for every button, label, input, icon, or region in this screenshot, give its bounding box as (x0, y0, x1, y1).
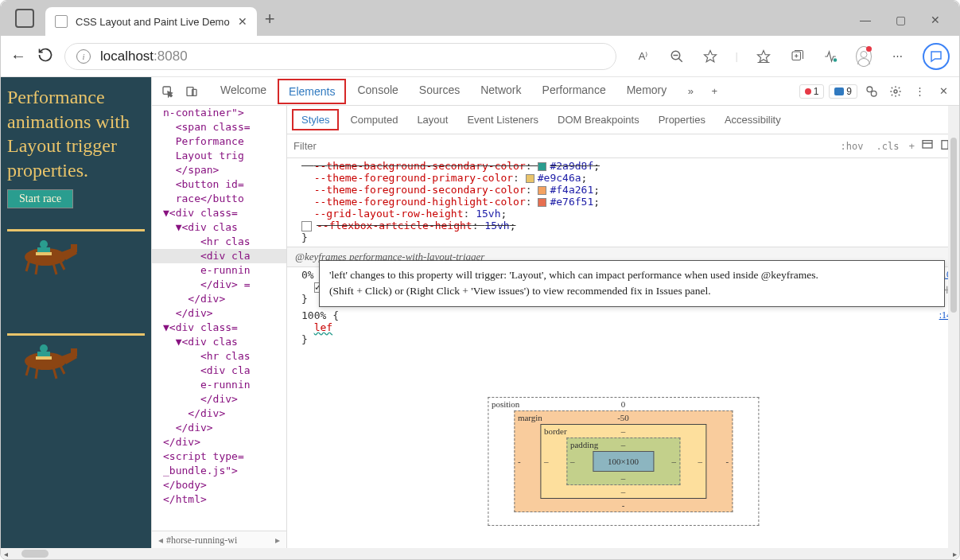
styles-tab-layout[interactable]: Layout (409, 111, 456, 129)
start-race-button[interactable]: Start race (7, 189, 73, 208)
dom-tree-line[interactable]: e-runnin (152, 263, 286, 278)
computed-styles-icon[interactable] (921, 138, 934, 154)
style-rule-block[interactable]: --theme-background-secondary-color: #2a9… (287, 158, 959, 247)
svg-marker-4 (758, 50, 770, 61)
styles-tab-dom-breakpoints[interactable]: DOM Breakpoints (550, 111, 647, 129)
more-tabs-icon[interactable]: » (681, 82, 700, 101)
zoom-out-icon[interactable] (669, 49, 685, 64)
dom-tree-line[interactable]: </html> (152, 492, 286, 507)
styles-filter-input[interactable] (293, 140, 831, 152)
dom-tree-line[interactable]: e-runnin (152, 378, 286, 392)
dom-tree-line[interactable]: _bundle.js"> (152, 464, 286, 478)
devtools-tab-performance[interactable]: Performance (533, 79, 616, 104)
refresh-button[interactable] (37, 47, 53, 65)
dom-tree-line[interactable]: <span class= (152, 120, 286, 134)
performance-icon[interactable] (822, 49, 838, 64)
dom-tree-line[interactable]: </div> = (152, 278, 286, 292)
styles-tab-accessibility[interactable]: Accessibility (717, 111, 789, 129)
keyframe-100[interactable]: 100% {:14 lef } (287, 308, 959, 348)
dom-tree-line[interactable]: race</butto (152, 192, 286, 206)
close-window-button[interactable]: ✕ (929, 14, 942, 26)
message-count[interactable]: 9 (829, 84, 857, 99)
dom-tree-line[interactable]: ▼<div class= (152, 321, 286, 335)
url-input[interactable]: i localhost:8080 (64, 43, 616, 70)
minimize-button[interactable]: — (859, 14, 872, 26)
site-info-icon[interactable]: i (76, 49, 91, 64)
device-toggle-icon[interactable] (182, 82, 201, 101)
dom-tree-line[interactable]: <div cla (152, 364, 286, 378)
dom-tree-line[interactable]: </div> (152, 392, 286, 406)
dom-tree-line[interactable]: <button id= (152, 177, 286, 192)
read-aloud-icon[interactable]: A⁾ (635, 49, 651, 64)
dom-tree-line[interactable]: </div> (152, 406, 286, 421)
dom-tree-line[interactable]: Layout trig (152, 149, 286, 163)
svg-point-25 (894, 90, 897, 93)
page-horizontal-scrollbar[interactable]: ◂▸ (1, 548, 959, 559)
cls-toggle[interactable]: .cls (873, 139, 903, 154)
kebab-menu-icon[interactable]: ⋮ (910, 82, 929, 101)
styles-scrollbar[interactable] (948, 106, 959, 550)
devtools-tab-network[interactable]: Network (471, 79, 531, 104)
address-bar: ← i localhost:8080 A⁾ | ⋯ (1, 36, 959, 77)
devtools-tab-memory[interactable]: Memory (617, 79, 677, 104)
bing-chat-icon[interactable] (923, 43, 950, 70)
devtools-tab-sources[interactable]: Sources (410, 79, 469, 104)
dom-tree-line[interactable]: </div> (152, 421, 286, 435)
devtools-tab-welcome[interactable]: Welcome (211, 79, 276, 104)
dom-tree-line[interactable]: <script type= (152, 449, 286, 464)
tab-strip: CSS Layout and Paint Live Demo ✕ + (45, 1, 859, 36)
devtools-tab-console[interactable]: Console (348, 79, 407, 104)
property-tooltip: 'left' changes to this property will tri… (319, 260, 945, 307)
favorite-icon[interactable] (702, 49, 718, 64)
svg-point-24 (871, 91, 876, 96)
styles-tab-properties[interactable]: Properties (651, 111, 713, 129)
tab-title: CSS Layout and Paint Live Demo (76, 16, 230, 28)
new-tab-button[interactable]: + (265, 9, 275, 29)
toolbar-right: A⁾ | ⋯ (635, 43, 950, 70)
error-count[interactable]: 1 (799, 84, 825, 99)
settings-icon[interactable] (886, 82, 905, 101)
issues-icon[interactable] (862, 82, 881, 101)
back-button[interactable]: ← (10, 47, 26, 65)
dom-tree-line[interactable]: <hr clas (152, 349, 286, 364)
dom-tree-line[interactable]: n-container"> (152, 106, 286, 120)
svg-rect-16 (71, 348, 77, 356)
dom-tree-line[interactable]: </body> (152, 478, 286, 492)
svg-point-9 (834, 58, 838, 62)
browser-tab[interactable]: CSS Layout and Paint Live Demo ✕ (45, 7, 257, 36)
devtools-toolbar: WelcomeElementsConsoleSourcesNetworkPerf… (152, 77, 959, 106)
dom-tree-line[interactable]: <hr clas (152, 235, 286, 249)
dom-tree-line[interactable]: </div> (152, 292, 286, 306)
elements-panel[interactable]: n-container"> <span class= Performance L… (152, 106, 287, 550)
box-model[interactable]: position0 margin-50--- border–––– paddin… (488, 397, 759, 526)
styles-tab-computed[interactable]: Computed (342, 111, 406, 129)
dom-tree-line[interactable]: <div cla (152, 249, 286, 263)
new-style-rule-icon[interactable]: + (908, 140, 915, 152)
add-tab-icon[interactable]: + (705, 82, 724, 101)
property-toggle[interactable] (301, 221, 312, 231)
styles-tab-event-listeners[interactable]: Event Listeners (459, 111, 546, 129)
dom-tree-line[interactable]: ▼<div class= (152, 206, 286, 220)
maximize-button[interactable]: ▢ (894, 14, 907, 26)
dom-tree-line[interactable]: ▼<div clas (152, 335, 286, 349)
svg-line-2 (678, 58, 682, 62)
profile-avatar[interactable] (856, 49, 872, 64)
more-menu-icon[interactable]: ⋯ (889, 49, 905, 64)
styles-tab-styles[interactable]: Styles (292, 109, 339, 130)
dom-tree-line[interactable]: </span> (152, 163, 286, 177)
dom-tree-line[interactable]: ▼<div clas (152, 220, 286, 235)
close-tab-icon[interactable]: ✕ (238, 15, 247, 28)
elements-breadcrumb[interactable]: ◂ #horse-running-wi ▸ (152, 531, 286, 550)
favorites-list-icon[interactable] (756, 49, 771, 64)
hov-toggle[interactable]: :hov (838, 139, 867, 154)
devtools-tab-elements[interactable]: Elements (278, 79, 346, 104)
collections-icon[interactable] (789, 49, 805, 64)
favicon (55, 15, 68, 28)
inspect-icon[interactable] (158, 82, 177, 101)
dom-tree-line[interactable]: Performance (152, 134, 286, 149)
svg-rect-11 (71, 244, 77, 252)
dom-tree-line[interactable]: </div> (152, 435, 286, 449)
dom-tree-line[interactable]: </div> (152, 306, 286, 321)
svg-point-13 (40, 240, 48, 248)
close-devtools-icon[interactable]: ✕ (934, 82, 953, 101)
